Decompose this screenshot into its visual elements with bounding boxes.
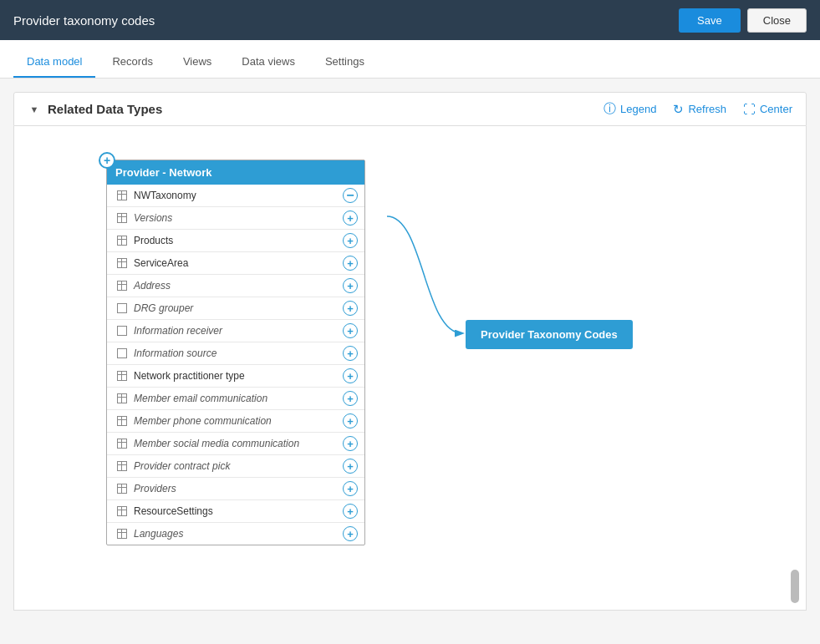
row-label: Member phone communication <box>134 415 339 427</box>
legend-label: Legend <box>620 103 656 115</box>
row-expand-button[interactable]: + <box>343 368 358 383</box>
row-label: Network practitioner type <box>134 370 339 382</box>
legend-button[interactable]: ⓘ Legend <box>604 101 656 117</box>
tab-data-views[interactable]: Data views <box>228 45 308 78</box>
row-expand-button[interactable]: + <box>343 323 358 338</box>
table-row: Providers + <box>107 478 364 500</box>
target-node[interactable]: Provider Taxonomy Codes <box>466 320 633 349</box>
section-header: ▼ Related Data Types ⓘ Legend ↻ Refresh … <box>13 92 807 126</box>
row-expand-button[interactable]: + <box>343 504 358 519</box>
row-expand-button[interactable]: + <box>343 391 358 406</box>
row-expand-button[interactable]: + <box>343 346 358 361</box>
section-title-area: ▼ Related Data Types <box>28 102 162 116</box>
relation-icon <box>115 505 129 518</box>
table-row: DRG grouper + <box>107 297 364 320</box>
row-label: DRG grouper <box>134 302 339 314</box>
relation-icon <box>115 256 129 270</box>
table-row: ResourceSettings + <box>107 500 364 523</box>
row-label: Information receiver <box>134 325 339 337</box>
node-add-button[interactable]: + <box>99 152 115 169</box>
row-collapse-button[interactable]: − <box>343 188 358 203</box>
table-row: Address + <box>107 275 364 297</box>
section-actions: ⓘ Legend ↻ Refresh ⛶ Center <box>604 101 792 117</box>
row-expand-button[interactable]: + <box>343 256 358 271</box>
source-node-title: Provider - Network <box>115 166 212 179</box>
row-label: Provider contract pick <box>134 460 339 472</box>
check-icon <box>115 324 129 337</box>
row-expand-button[interactable]: + <box>343 233 358 248</box>
row-label: NWTaxonomy <box>134 190 339 201</box>
relation-icon <box>115 414 129 428</box>
tab-records[interactable]: Records <box>99 45 166 78</box>
relation-icon <box>115 189 129 202</box>
scroll-indicator[interactable] <box>791 570 799 603</box>
check-icon <box>115 347 129 360</box>
relation-icon <box>115 234 129 247</box>
check-icon <box>115 302 129 315</box>
tab-data-model[interactable]: Data model <box>13 45 95 78</box>
row-label: ServiceArea <box>134 257 339 269</box>
row-expand-button[interactable]: + <box>343 210 358 226</box>
source-node-header: + Provider - Network <box>107 160 364 185</box>
refresh-icon: ↻ <box>673 102 684 117</box>
section-title: Related Data Types <box>48 102 162 116</box>
header-buttons: Save Close <box>679 8 807 33</box>
relation-icon <box>115 369 129 383</box>
main-content: ▼ Related Data Types ⓘ Legend ↻ Refresh … <box>0 79 820 644</box>
refresh-button[interactable]: ↻ Refresh <box>673 102 726 117</box>
table-row: ServiceArea + <box>107 252 364 275</box>
diagram-area: + Provider - Network NWTaxonomy − Versio… <box>13 126 807 611</box>
relation-icon <box>115 211 129 225</box>
center-icon: ⛶ <box>743 102 756 116</box>
relation-icon <box>115 527 129 540</box>
relation-icon <box>115 279 129 292</box>
table-row: Information receiver + <box>107 320 364 342</box>
relation-icon <box>115 392 129 405</box>
table-row: Member email communication + <box>107 388 364 410</box>
tab-views[interactable]: Views <box>170 45 225 78</box>
relation-icon <box>115 482 129 495</box>
row-label: Versions <box>134 212 339 224</box>
table-row: Member phone communication + <box>107 410 364 433</box>
close-button[interactable]: Close <box>747 8 807 33</box>
row-expand-button[interactable]: + <box>343 301 358 316</box>
center-button[interactable]: ⛶ Center <box>743 102 792 116</box>
table-row: Member social media communication + <box>107 433 364 455</box>
relation-icon <box>115 437 129 450</box>
table-row: Information source + <box>107 342 364 365</box>
row-expand-button[interactable]: + <box>343 459 358 474</box>
table-row: Provider contract pick + <box>107 455 364 478</box>
tab-settings[interactable]: Settings <box>312 45 378 78</box>
row-expand-button[interactable]: + <box>343 436 358 451</box>
row-expand-button[interactable]: + <box>343 278 358 293</box>
table-row: Network practitioner type + <box>107 365 364 388</box>
table-row: Versions + <box>107 207 364 230</box>
row-label: Member social media communication <box>134 438 339 449</box>
row-label: ResourceSettings <box>134 505 339 517</box>
target-node-title: Provider Taxonomy Codes <box>481 328 618 341</box>
app-title: Provider taxonomy codes <box>13 13 155 28</box>
row-label: Languages <box>134 528 339 540</box>
row-expand-button[interactable]: + <box>343 413 358 428</box>
relation-icon <box>115 459 129 473</box>
table-row: Products + <box>107 230 364 252</box>
center-label: Center <box>760 103 792 115</box>
row-label: Address <box>134 280 339 292</box>
row-label: Providers <box>134 483 339 494</box>
row-expand-button[interactable]: + <box>343 526 358 541</box>
collapse-button[interactable]: ▼ <box>28 103 41 116</box>
row-label: Member email communication <box>134 393 339 404</box>
refresh-label: Refresh <box>688 103 726 115</box>
source-node: + Provider - Network NWTaxonomy − Versio… <box>106 160 365 545</box>
tab-bar: Data model Records Views Data views Sett… <box>0 40 820 79</box>
row-expand-button[interactable]: + <box>343 481 358 496</box>
app-header: Provider taxonomy codes Save Close <box>0 0 820 40</box>
table-row: Languages + <box>107 523 364 545</box>
row-label: Products <box>134 235 339 246</box>
table-row: NWTaxonomy − <box>107 185 364 207</box>
legend-icon: ⓘ <box>604 101 616 117</box>
save-button[interactable]: Save <box>679 8 741 33</box>
row-label: Information source <box>134 347 339 359</box>
